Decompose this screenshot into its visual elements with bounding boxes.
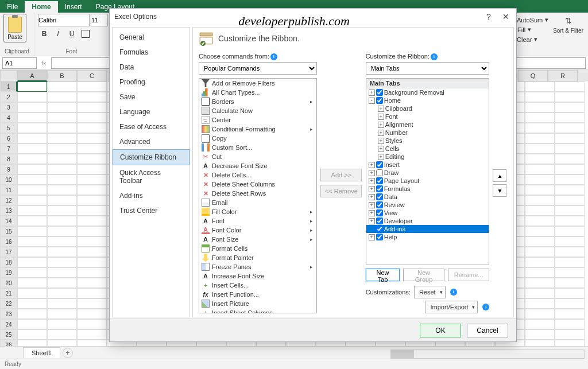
cell[interactable] [47,267,77,278]
row-header[interactable]: 15 [0,226,17,236]
cell[interactable] [17,267,47,278]
cell[interactable] [555,267,585,278]
cell[interactable] [17,205,47,216]
cell[interactable] [47,102,77,112]
tree-item-number[interactable]: +Number [366,129,489,137]
cell[interactable] [77,205,107,216]
cell[interactable] [555,236,585,247]
border-button[interactable] [79,28,92,40]
tree-item-insert[interactable]: +Insert [366,161,489,169]
add-button[interactable]: Add >> [320,169,362,181]
cell[interactable] [555,278,585,288]
command-item[interactable]: Freeze Panes▸ [199,262,316,271]
cell[interactable] [47,319,77,329]
cell[interactable] [77,185,107,195]
nav-item-customize-ribbon[interactable]: Customize Ribbon [113,149,189,165]
row-header[interactable]: 11 [0,185,17,195]
command-item[interactable]: Borders▸ [199,97,316,106]
cell[interactable] [77,288,107,298]
cell[interactable] [77,226,107,236]
cell[interactable] [555,81,585,92]
cell[interactable] [77,112,107,123]
ok-button[interactable]: OK [420,324,461,337]
nav-item-ease-of-access[interactable]: Ease of Access [113,119,189,134]
expand-icon[interactable]: + [369,202,375,208]
cell[interactable] [77,319,107,329]
cell[interactable] [47,309,77,319]
cell[interactable] [47,81,77,92]
cell[interactable] [17,154,47,164]
move-up-button[interactable]: ▲ [493,169,506,182]
import-export-dropdown[interactable]: Import/Export [425,301,478,313]
cell[interactable] [525,112,555,123]
row-header[interactable]: 25 [0,329,17,340]
cell[interactable] [525,185,555,195]
nav-item-general[interactable]: General [113,30,189,45]
cell[interactable] [555,319,585,329]
cell[interactable] [77,133,107,143]
nav-item-quick-access-toolbar[interactable]: Quick Access Toolbar [113,165,189,188]
cell[interactable] [555,102,585,112]
row-header[interactable]: 18 [0,257,17,267]
command-item[interactable]: Custom Sort... [199,143,316,152]
cell[interactable] [555,154,585,164]
nav-item-proofing[interactable]: Proofing [113,75,189,90]
nav-item-trust-center[interactable]: Trust Center [113,203,189,218]
sort-filter-button[interactable]: ⇅ Sort & Filter [553,15,583,53]
command-item[interactable]: ADecrease Font Size [199,161,316,170]
nav-item-save[interactable]: Save [113,90,189,104]
tree-item-font[interactable]: +Font [366,112,489,121]
tree-item-styles[interactable]: +Styles [366,137,489,145]
tree-item-clipboard[interactable]: +Clipboard [366,104,489,112]
cell[interactable] [77,247,107,257]
cell[interactable] [17,164,47,174]
cell[interactable] [17,174,47,185]
commands-listbox[interactable]: Add or Remove FiltersAll Chart Types...B… [199,78,317,313]
row-header[interactable]: 4 [0,112,17,123]
row-header[interactable]: 6 [0,133,17,143]
fx-icon[interactable]: fx [39,60,49,67]
cell[interactable] [525,226,555,236]
tree-checkbox[interactable] [376,177,383,184]
cell[interactable] [525,236,555,247]
tree-item-developer[interactable]: +Developer [366,217,489,225]
row-header[interactable]: 8 [0,154,17,164]
cell[interactable] [555,288,585,298]
expand-icon[interactable]: + [369,234,375,240]
command-item[interactable]: Format Cells [199,244,316,253]
cell[interactable] [555,247,585,257]
cell[interactable] [555,226,585,236]
row-header[interactable]: 23 [0,309,17,319]
cell[interactable] [17,329,47,340]
cell[interactable] [525,257,555,267]
cell[interactable] [525,92,555,102]
cell[interactable] [77,257,107,267]
cell[interactable] [47,154,77,164]
cell[interactable] [525,81,555,92]
close-button[interactable]: ✕ [500,11,512,22]
row-header[interactable]: 20 [0,278,17,288]
help-button[interactable]: ? [483,11,494,22]
cell[interactable] [47,205,77,216]
cell[interactable] [47,216,77,226]
collapse-icon[interactable]: - [369,98,375,104]
command-item[interactable]: Insert Picture [199,299,316,308]
row-header[interactable]: 7 [0,143,17,154]
expand-icon[interactable]: + [378,130,384,136]
cell[interactable] [17,81,47,92]
cell[interactable] [77,298,107,309]
cell[interactable] [525,174,555,185]
cell[interactable] [555,112,585,123]
command-item[interactable]: Conditional Formatting▸ [199,125,316,134]
cell[interactable] [17,247,47,257]
cell[interactable] [17,195,47,205]
expand-icon[interactable]: + [369,210,375,216]
cell[interactable] [77,195,107,205]
command-item[interactable]: Center [199,115,316,125]
cell[interactable] [525,298,555,309]
remove-button[interactable]: << Remove [320,185,362,197]
command-item[interactable]: AFont Size▸ [199,235,316,244]
select-all-corner[interactable] [0,70,17,81]
cell[interactable] [17,216,47,226]
paste-button[interactable]: Paste [3,14,26,42]
